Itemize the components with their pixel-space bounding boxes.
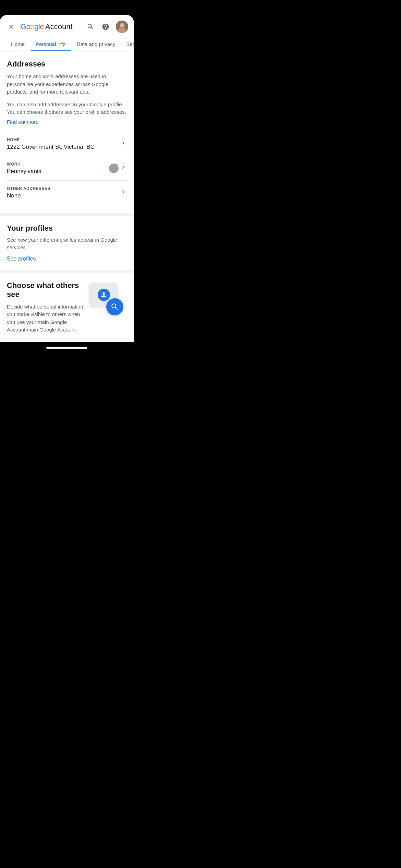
addresses-desc1: Your home and work addresses are used to… xyxy=(7,73,127,96)
logo-text: Google xyxy=(21,22,44,31)
home-address-row[interactable]: HOME 1222 Government St, Victoria, BC xyxy=(7,132,127,156)
profiles-section: Your profiles See how your different pro… xyxy=(0,213,134,270)
profiles-desc: See how your different profiles appear i… xyxy=(7,236,127,252)
home-label: HOME xyxy=(7,137,95,142)
app-header: ✕ Google Account xyxy=(0,15,134,37)
other-value: None xyxy=(7,192,50,199)
other-address-row[interactable]: OTHER ADDRESSES None xyxy=(7,180,127,205)
search-illustration-icon xyxy=(106,298,123,315)
tab-home[interactable]: Home xyxy=(5,37,30,51)
tab-personal-info[interactable]: Personal info xyxy=(30,37,71,51)
header-icons xyxy=(86,21,128,33)
choose-section: Choose what others see Decide what perso… xyxy=(0,270,134,342)
tab-security[interactable]: Sec xyxy=(121,37,134,51)
nav-tabs: Home Personal info Data and privacy Sec xyxy=(0,37,134,51)
work-address-row[interactable]: WORK Pennsylvania xyxy=(7,156,127,180)
strikethrough-text: main Google Account xyxy=(27,327,76,333)
work-toggle-icon xyxy=(109,164,119,173)
svg-point-1 xyxy=(120,23,124,28)
addresses-title: Addresses xyxy=(7,60,127,69)
tab-data-privacy[interactable]: Data and privacy xyxy=(71,37,121,51)
search-button[interactable] xyxy=(86,22,95,32)
other-label: OTHER ADDRESSES xyxy=(7,186,50,191)
google-logo: Google Account xyxy=(21,22,82,31)
person-icon xyxy=(98,289,110,301)
home-chevron-icon xyxy=(120,140,127,148)
help-button[interactable] xyxy=(101,22,110,32)
home-indicator xyxy=(46,347,87,349)
choose-desc: Decide what personal information you mak… xyxy=(7,303,84,334)
find-out-more-link[interactable]: Find out more xyxy=(7,119,39,125)
other-chevron-icon xyxy=(120,188,127,197)
account-label: Account xyxy=(45,22,73,31)
close-button[interactable]: ✕ xyxy=(5,21,16,32)
avatar[interactable] xyxy=(116,21,128,33)
profiles-title: Your profiles xyxy=(7,224,127,233)
see-profiles-link[interactable]: See profiles xyxy=(7,256,36,262)
work-label: WORK xyxy=(7,162,41,167)
choose-illustration xyxy=(89,281,127,319)
home-value: 1222 Government St, Victoria, BC xyxy=(7,144,95,150)
addresses-desc2: You can also add addresses to your Googl… xyxy=(7,101,127,116)
choose-title: Choose what others see xyxy=(7,281,84,299)
bottom-bar xyxy=(0,342,134,354)
addresses-section: Addresses Your home and work addresses a… xyxy=(0,51,134,213)
work-value: Pennsylvania xyxy=(7,168,41,175)
work-chevron-icon xyxy=(120,164,127,172)
